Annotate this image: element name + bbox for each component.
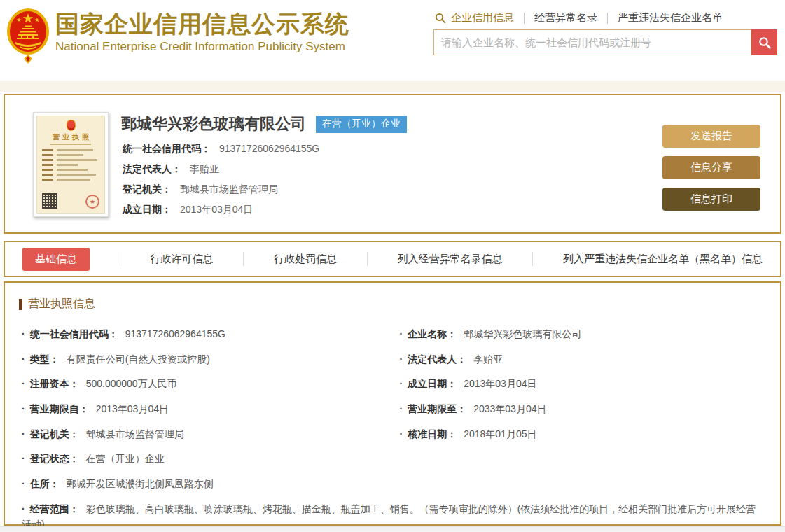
info-print-button[interactable]: 信息打印 (662, 188, 760, 211)
search-tab-abnormal-operations[interactable]: 经营异常名录 (534, 11, 597, 24)
field-approval-date: 核准日期：2018年01月05日 (397, 421, 765, 447)
separator (367, 252, 368, 266)
title-block: 国家企业信用信息公示系统 National Enterprise Credit … (55, 4, 349, 54)
tab-administrative-penalty[interactable]: 行政处罚信息 (274, 253, 337, 266)
search-row (433, 29, 781, 55)
field-establishment-date: 成立日期：2013年03月04日 (123, 204, 662, 216)
detail-tabs-bar: 基础信息 行政许可信息 行政处罚信息 列入经营异常名录信息 列入严重违法失信企业… (4, 241, 781, 277)
site-header: 国家企业信用信息公示系统 National Enterprise Credit … (0, 0, 785, 80)
action-buttons: 发送报告 信息分享 信息打印 (662, 112, 760, 232)
status-badge: 在营（开业）企业 (316, 115, 407, 133)
site-title: 国家企业信用信息公示系统 (55, 10, 349, 38)
license-bottom-row: ★ (42, 193, 99, 209)
tab-serious-violations-blacklist[interactable]: 列入严重违法失信企业名单（黑名单）信息 (563, 253, 763, 266)
search-tab-serious-violations[interactable]: 严重违法失信企业名单 (618, 11, 723, 24)
tab-basic-info[interactable]: 基础信息 (22, 248, 90, 271)
send-report-button[interactable]: 发送报告 (662, 125, 760, 148)
footer-band (0, 526, 785, 532)
company-summary-fields: 统一社会信用代码：91371726062964155G 法定代表人：李贻亚 登记… (121, 143, 662, 216)
field-company-type: 类型：有限责任公司(自然人投资或控股) (19, 346, 387, 372)
business-license-image: 营业执照 ★ (36, 115, 105, 214)
field-registration-authority: 登记机关：鄄城县市场监督管理局 (19, 421, 387, 447)
company-name: 鄄城华兴彩色玻璃有限公司 (121, 113, 306, 134)
national-emblem-logo (6, 6, 50, 64)
separator (532, 252, 533, 266)
separator (243, 252, 244, 266)
search-tab-enterprise-credit[interactable]: 企业信用信息 (451, 11, 514, 24)
site-subtitle: National Enterprise Credit Information P… (55, 40, 349, 54)
field-registered-capital: 注册资本：500.000000万人民币 (19, 371, 387, 396)
business-license-thumbnail[interactable]: 营业执照 ★ (33, 112, 109, 217)
field-company-name: 企业名称：鄄城华兴彩色玻璃有限公司 (397, 321, 765, 346)
separator (120, 252, 120, 266)
search-scope-tabs: 企业信用信息 经营异常名录 严重违法失信企业名单 (435, 11, 781, 24)
company-info: 鄄城华兴彩色玻璃有限公司 在营（开业）企业 统一社会信用代码：913717260… (121, 112, 662, 232)
field-address: 住所：鄄城开发区城濮街北侧凤凰路东侧 (19, 471, 765, 496)
license-text-lines (42, 149, 99, 181)
search-area: 企业信用信息 经营异常名录 严重违法失信企业名单 (433, 4, 781, 55)
license-title: 营业执照 (50, 132, 92, 142)
search-button[interactable] (751, 29, 777, 55)
license-text-line (42, 174, 99, 176)
section-title: 营业执照信息 (19, 297, 765, 312)
qr-code-icon (42, 193, 57, 209)
license-emblem-icon (67, 120, 76, 131)
field-registration-authority: 登记机关：鄄城县市场监督管理局 (123, 183, 662, 196)
field-registration-status: 登记状态：在营（开业）企业 (19, 446, 387, 471)
company-summary-card: 营业执照 ★ 鄄城华兴彩色玻璃有限公司 在营（开业）企业 统一社会信用代码：91 (4, 94, 781, 234)
search-icon (435, 13, 446, 24)
separator (524, 13, 525, 24)
field-term-start: 营业期限自：2013年03月04日 (19, 396, 387, 421)
license-text-line (42, 178, 99, 181)
national-emblem-icon (6, 6, 50, 64)
decorative-band (0, 81, 785, 92)
tab-administrative-licensing[interactable]: 行政许可信息 (151, 253, 214, 266)
license-text-line (42, 164, 99, 166)
field-term-end: 营业期限至：2033年03月04日 (397, 396, 765, 421)
field-credit-code: 统一社会信用代码：91371726062964155G (19, 321, 387, 346)
field-establishment-date: 成立日期：2013年03月04日 (397, 371, 765, 396)
search-input[interactable] (433, 29, 751, 55)
field-legal-representative: 法定代表人：李贻亚 (397, 346, 765, 372)
license-text-line (42, 154, 99, 156)
section-title-text: 营业执照信息 (28, 297, 95, 312)
license-text-line (42, 159, 99, 161)
tab-abnormal-operations-list[interactable]: 列入经营异常名录信息 (398, 253, 503, 266)
license-fields-grid: 统一社会信用代码：91371726062964155G 企业名称：鄄城华兴彩色玻… (19, 321, 765, 532)
search-button-icon (758, 36, 772, 50)
license-subline (50, 144, 91, 145)
field-credit-code: 统一社会信用代码：91371726062964155G (123, 143, 662, 155)
field-legal-representative: 法定代表人：李贻亚 (123, 163, 662, 176)
info-share-button[interactable]: 信息分享 (662, 156, 760, 179)
license-text-line (42, 169, 99, 171)
company-name-row: 鄄城华兴彩色玻璃有限公司 在营（开业）企业 (121, 113, 662, 134)
license-info-card: 营业执照信息 统一社会信用代码：91371726062964155G 企业名称：… (4, 281, 781, 526)
section-title-bar (19, 299, 22, 310)
license-text-line (42, 149, 99, 151)
red-seal-icon: ★ (85, 195, 99, 209)
separator (607, 13, 608, 24)
